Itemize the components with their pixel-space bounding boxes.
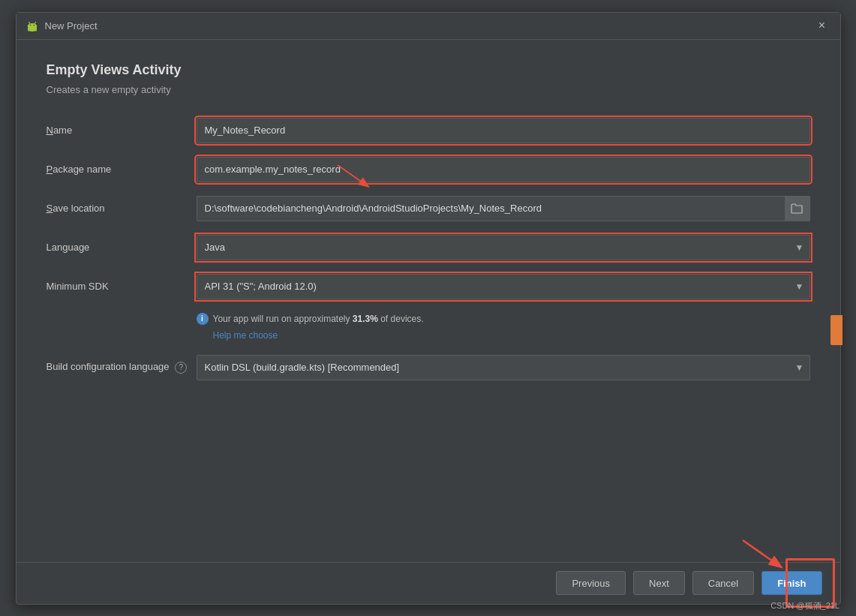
svg-rect-7 bbox=[28, 29, 30, 32]
folder-button[interactable] bbox=[785, 196, 810, 221]
name-input[interactable] bbox=[197, 118, 810, 143]
language-row: Language Java Kotlin ▼ bbox=[47, 235, 810, 260]
sidebar-badge bbox=[830, 315, 842, 345]
device-info-section: i Your app will run on approximately 31.… bbox=[197, 313, 810, 341]
next-button[interactable]: Next bbox=[633, 571, 685, 595]
watermark: CSDN @狐酒_21L bbox=[770, 600, 839, 611]
info-icon: i bbox=[197, 313, 209, 325]
package-input[interactable] bbox=[197, 157, 810, 182]
android-icon bbox=[26, 19, 39, 32]
save-location-label: Save location bbox=[47, 203, 197, 214]
cancel-button[interactable]: Cancel bbox=[692, 571, 754, 595]
svg-point-4 bbox=[33, 25, 35, 26]
previous-button[interactable]: Previous bbox=[556, 571, 626, 595]
svg-line-6 bbox=[35, 23, 36, 24]
language-select-wrapper: Java Kotlin ▼ bbox=[197, 235, 810, 260]
activity-title: Empty Views Activity bbox=[47, 62, 810, 78]
name-label: Name bbox=[47, 125, 197, 136]
close-button[interactable]: × bbox=[813, 17, 831, 35]
svg-rect-8 bbox=[35, 29, 37, 32]
coverage-percentage: 31.3% bbox=[353, 314, 378, 324]
build-config-select-wrapper: Kotlin DSL (build.gradle.kts) [Recommend… bbox=[197, 355, 810, 380]
save-location-row: Save location bbox=[47, 196, 810, 221]
build-config-label: Build configuration language ? bbox=[47, 361, 197, 374]
build-config-row: Build configuration language ? Kotlin DS… bbox=[47, 355, 810, 380]
language-select[interactable]: Java Kotlin bbox=[197, 235, 810, 260]
name-row: Name bbox=[47, 118, 810, 143]
min-sdk-label: Minimum SDK bbox=[47, 281, 197, 292]
min-sdk-select[interactable]: API 31 ("S"; Android 12.0) API 30 ("R"; … bbox=[197, 274, 810, 299]
build-config-help-icon[interactable]: ? bbox=[175, 362, 187, 374]
activity-subtitle: Creates a new empty activity bbox=[47, 84, 810, 95]
language-label: Language bbox=[47, 242, 197, 253]
dialog-content: Empty Views Activity Creates a new empty… bbox=[17, 40, 840, 562]
min-sdk-row: Minimum SDK API 31 ("S"; Android 12.0) A… bbox=[47, 274, 810, 299]
svg-point-3 bbox=[29, 25, 31, 26]
save-location-input[interactable] bbox=[197, 196, 785, 221]
svg-line-5 bbox=[29, 23, 30, 24]
button-bar: Previous Next Cancel Finish bbox=[17, 562, 840, 604]
title-bar: New Project × bbox=[17, 13, 840, 40]
build-config-select[interactable]: Kotlin DSL (build.gradle.kts) [Recommend… bbox=[197, 355, 810, 380]
device-coverage-text: i Your app will run on approximately 31.… bbox=[197, 313, 810, 325]
save-location-field bbox=[197, 196, 810, 221]
package-row: Package name bbox=[47, 157, 810, 182]
window-title: New Project bbox=[45, 20, 98, 32]
min-sdk-select-wrapper: API 31 ("S"; Android 12.0) API 30 ("R"; … bbox=[197, 274, 810, 299]
package-label: Package name bbox=[47, 164, 197, 175]
help-choose-link[interactable]: Help me choose bbox=[213, 330, 278, 341]
finish-button[interactable]: Finish bbox=[761, 571, 821, 595]
svg-point-2 bbox=[28, 23, 37, 28]
folder-icon bbox=[791, 203, 803, 214]
